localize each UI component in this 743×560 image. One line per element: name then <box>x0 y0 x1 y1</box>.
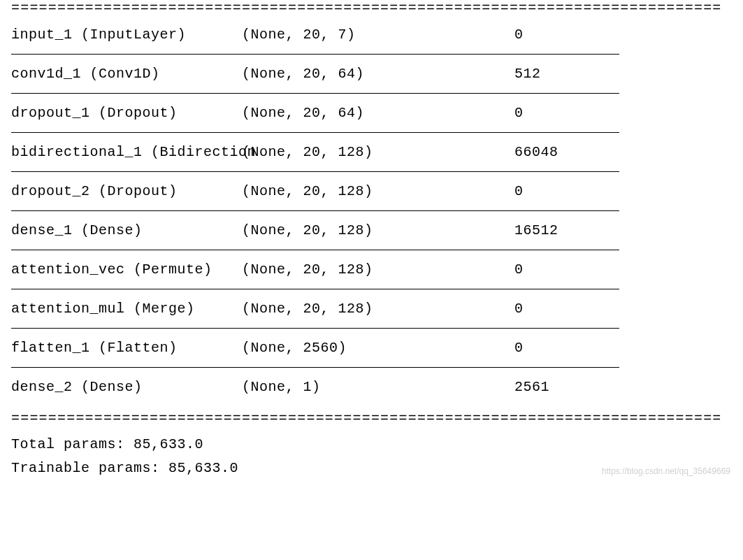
layer-param-count: 512 <box>514 66 732 82</box>
layer-name: dropout_2 (Dropout) <box>11 183 242 199</box>
table-row: input_1 (InputLayer) (None, 20, 7) 0 <box>11 15 732 54</box>
layer-param-count: 0 <box>514 183 732 199</box>
table-row: dropout_2 (Dropout) (None, 20, 128) 0 <box>11 172 732 210</box>
layer-name: dropout_1 (Dropout) <box>11 105 242 121</box>
layer-param-count: 0 <box>514 105 732 121</box>
layer-output-shape: (None, 20, 128) <box>242 222 514 238</box>
layer-rows: input_1 (InputLayer) (None, 20, 7) 0 con… <box>11 15 732 406</box>
table-row: attention_vec (Permute) (None, 20, 128) … <box>11 250 732 289</box>
header-divider: ========================================… <box>11 0 732 15</box>
layer-output-shape: (None, 20, 128) <box>242 261 514 278</box>
layer-name: attention_vec (Permute) <box>11 261 242 278</box>
table-row: dropout_1 (Dropout) (None, 20, 64) 0 <box>11 94 732 132</box>
layer-name: flatten_1 (Flatten) <box>11 340 242 356</box>
layer-param-count: 0 <box>514 27 732 43</box>
layer-param-count: 66048 <box>514 144 732 160</box>
layer-output-shape: (None, 20, 128) <box>242 301 514 317</box>
table-row: bidirectional_1 (Bidirection (None, 20, … <box>11 133 732 171</box>
layer-param-count: 16512 <box>514 222 732 238</box>
layer-name: dense_2 (Dense) <box>11 379 242 395</box>
layer-output-shape: (None, 20, 64) <box>242 66 514 82</box>
layer-param-count: 2561 <box>514 379 732 395</box>
table-row: dense_1 (Dense) (None, 20, 128) 16512 <box>11 211 732 250</box>
layer-output-shape: (None, 20, 128) <box>242 183 514 199</box>
layer-name: conv1d_1 (Conv1D) <box>11 66 242 82</box>
table-row: dense_2 (Dense) (None, 1) 2561 <box>11 368 732 406</box>
table-row: attention_mul (Merge) (None, 20, 128) 0 <box>11 289 732 328</box>
layer-output-shape: (None, 20, 64) <box>242 105 514 121</box>
layer-name: attention_mul (Merge) <box>11 301 242 317</box>
layer-param-count: 0 <box>514 301 732 317</box>
layer-output-shape: (None, 2560) <box>242 340 514 356</box>
table-row: conv1d_1 (Conv1D) (None, 20, 64) 512 <box>11 55 732 93</box>
layer-name: dense_1 (Dense) <box>11 222 242 238</box>
layer-output-shape: (None, 20, 128) <box>242 144 514 160</box>
total-params: Total params: 85,633.0 <box>11 433 732 457</box>
layer-output-shape: (None, 20, 7) <box>242 27 514 43</box>
layer-name: bidirectional_1 (Bidirection <box>11 144 242 160</box>
layer-name: input_1 (InputLayer) <box>11 27 242 43</box>
layer-param-count: 0 <box>514 261 732 278</box>
footer-divider: ========================================… <box>11 406 732 427</box>
layer-output-shape: (None, 1) <box>242 379 514 395</box>
watermark: https://blog.csdn.net/qq_35649669 <box>602 466 730 476</box>
model-summary: ========================================… <box>0 0 743 480</box>
layer-param-count: 0 <box>514 340 732 356</box>
table-row: flatten_1 (Flatten) (None, 2560) 0 <box>11 329 732 367</box>
